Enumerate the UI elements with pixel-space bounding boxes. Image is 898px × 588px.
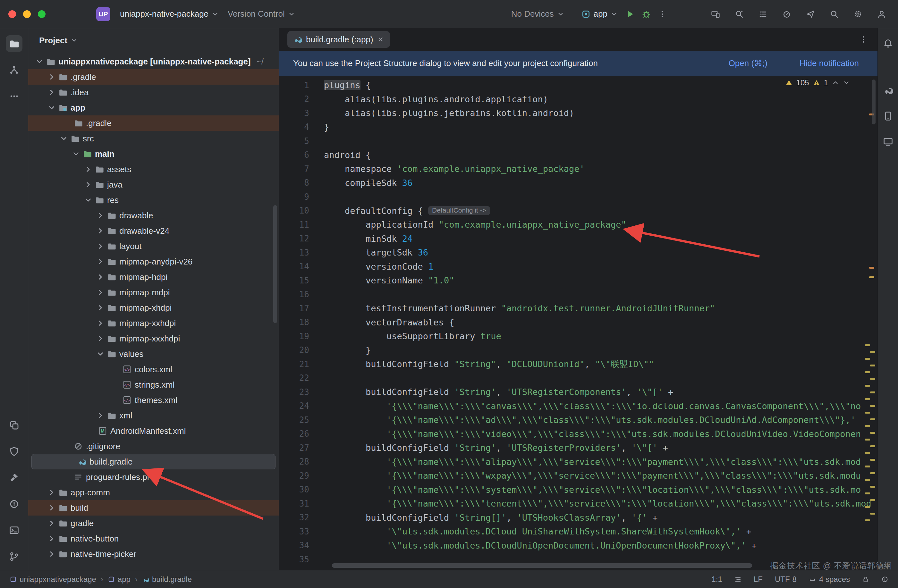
code-line-2[interactable]: 2 alias(libs.plugins.android.application… [279,92,878,106]
chevron-right-icon[interactable] [96,258,105,266]
terminal-icon[interactable] [6,522,23,539]
code-line-7[interactable]: 7 namespace 'com.example.uniappx_native_… [279,162,878,176]
build-icon[interactable] [6,469,23,486]
tree-item-mipmap-anydpi-v26[interactable]: mipmap-anydpi-v26 [28,254,279,269]
tree-item-xml[interactable]: xml [28,408,279,423]
vcs-selector[interactable]: Version Control [223,6,300,21]
gradle-icon[interactable] [880,83,896,98]
device-selector[interactable]: No Devices [507,6,569,21]
project-scrollbar[interactable] [273,205,277,323]
code-line-31[interactable]: 31 '{\\\"name\\\":\\\"tencent\\\",\\\"se… [279,497,878,511]
chevron-down-icon[interactable] [60,134,68,143]
run-button[interactable] [622,6,638,22]
chevron-right-icon[interactable] [84,165,92,173]
open-project-structure-link[interactable]: Open (⌘;) [729,58,767,68]
code-line-11[interactable]: 11 applicationId "com.example.uniappx_na… [279,218,878,232]
todo-icon[interactable] [755,6,771,22]
code-line-13[interactable]: 13 targetSdk 36 [279,246,878,260]
zoom-window-button[interactable] [38,10,46,18]
tree-item-native-time-picker[interactable]: native-time-picker [28,546,279,562]
chevron-right-icon[interactable] [96,304,105,312]
line-number[interactable]: 21 [279,359,324,369]
tree-item-drawable[interactable]: drawable [28,208,279,223]
line-number[interactable]: 34 [279,540,324,550]
line-number[interactable]: 11 [279,220,324,230]
chevron-right-icon[interactable] [48,73,56,81]
tree-item-app[interactable]: app [28,100,279,115]
line-number[interactable]: 8 [279,178,324,187]
line-number[interactable]: 4 [279,122,324,132]
prev-problem-button[interactable] [832,79,839,86]
code-line-25[interactable]: 25 '{\\\"name\\\":\\\"ad\\\",\\\"class\\… [279,413,878,427]
code-line-3[interactable]: 3 alias(libs.plugins.jetbrains.kotlin.an… [279,106,878,120]
chevron-down-icon[interactable] [48,104,56,112]
line-number[interactable]: 9 [279,192,324,202]
version-control-icon[interactable] [6,548,23,565]
tree-item-gitignore[interactable]: .gitignore [28,439,279,454]
code-line-9[interactable]: 9 [279,190,878,204]
structure-icon[interactable] [6,61,23,78]
tree-item-mipmap-hdpi[interactable]: mipmap-hdpi [28,269,279,285]
line-number[interactable]: 2 [279,94,324,104]
line-number[interactable]: 13 [279,248,324,258]
code-line-30[interactable]: 30 '{\\\"name\\\":\\\"system\\\",\\\"ser… [279,483,878,497]
editor-options-button[interactable] [856,32,870,46]
read-only-lock-icon[interactable] [862,576,869,583]
chevron-right-icon[interactable] [48,88,56,97]
tree-item-colors-xml[interactable]: </>colors.xml [28,362,279,377]
code-line-20[interactable]: 20 } [279,343,878,358]
breadcrumb-build-gradle[interactable]: build.gradle [142,575,192,584]
tree-item-values[interactable]: values [28,346,279,362]
line-number[interactable]: 6 [279,150,324,160]
code-line-18[interactable]: 18 vectorDrawables { [279,315,878,330]
line-number[interactable]: 23 [279,387,324,397]
tree-item-java[interactable]: java [28,177,279,192]
line-number[interactable]: 7 [279,164,324,174]
code-line-22[interactable]: 22 [279,371,878,385]
search-icon[interactable] [826,6,842,22]
line-number[interactable]: 35 [279,555,324,564]
code-editor[interactable]: 1plugins {2 alias(libs.plugins.android.a… [279,76,878,570]
inspections-widget[interactable]: 105 1 [786,78,850,87]
line-number[interactable]: 32 [279,513,324,522]
line-number[interactable]: 18 [279,318,324,327]
tab-build-gradle[interactable]: build.gradle (:app) [288,31,390,48]
tree-item-main[interactable]: main [28,146,279,161]
line-number[interactable]: 15 [279,276,324,286]
debug-button[interactable] [638,6,654,22]
tree-item-res[interactable]: res [28,192,279,208]
ai-assistant-icon[interactable] [731,6,747,22]
running-devices-icon[interactable] [880,134,896,149]
inspections-status-icon[interactable] [881,576,888,583]
code-line-19[interactable]: 19 useSupportLibrary true [279,329,878,343]
settings-icon[interactable] [850,6,866,22]
editor-vertical-scrollbar[interactable] [872,80,875,124]
tree-item-androidmanifest-xml[interactable]: MAndroidManifest.xml [28,423,279,439]
project-panel-header[interactable]: Project [28,28,279,52]
code-line-29[interactable]: 29 '{\\\"name\\\":\\\"wxpay\\\",\\\"serv… [279,469,878,483]
tree-item-themes-xml[interactable]: </>themes.xml [28,392,279,408]
account-icon[interactable] [873,6,890,22]
code-line-8[interactable]: 8 compileSdk 36 [279,176,878,190]
code-line-6[interactable]: 6android { [279,148,878,162]
line-number[interactable]: 16 [279,290,324,299]
run-config-selector[interactable]: app [577,6,622,21]
line-number[interactable]: 12 [279,234,324,243]
tree-item-mipmap-xxxhdpi[interactable]: mipmap-xxxhdpi [28,331,279,346]
close-window-button[interactable] [8,10,16,18]
problems-icon[interactable] [6,496,23,512]
line-number[interactable]: 19 [279,332,324,341]
chevron-right-icon[interactable] [48,550,56,558]
tree-item-mipmap-xhdpi[interactable]: mipmap-xhdpi [28,300,279,315]
line-number[interactable]: 24 [279,401,324,411]
tree-item-layout[interactable]: layout [28,238,279,254]
breadcrumb-app[interactable]: app [108,575,131,584]
line-number[interactable]: 3 [279,108,324,118]
line-number[interactable]: 33 [279,527,324,536]
tree-item-proguard-rules-pro[interactable]: proguard-rules.pro [28,469,279,485]
code-line-34[interactable]: 34 '\"uts.sdk.modules.DCloudUniOpenDocum… [279,539,878,553]
code-line-4[interactable]: 4} [279,120,878,134]
tree-item-native-button[interactable]: native-button [28,531,279,546]
line-number[interactable]: 5 [279,136,324,146]
device-mirror-icon[interactable] [707,6,724,22]
